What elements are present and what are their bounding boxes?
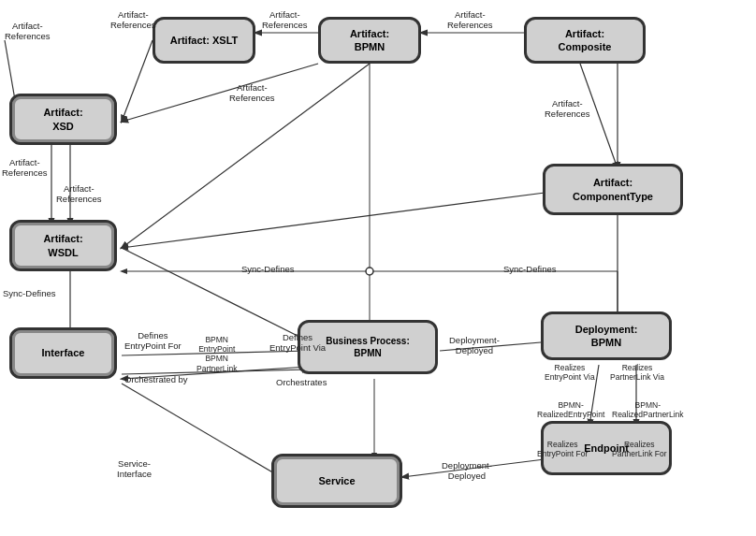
label-bpmn-entrypoint: BPMNEntryPointBPMNPartnerLink xyxy=(196,335,237,373)
svg-line-10 xyxy=(122,192,552,248)
svg-line-0 xyxy=(122,40,153,122)
label-sync-defines-right: Sync-Defines xyxy=(503,264,557,274)
label-realizes-entrypoint-for: RealizesEntryPoint For xyxy=(537,440,588,458)
label-bpmn-realized-entrypoint: BPMN-RealizedEntryPoint xyxy=(537,400,604,419)
node-wsdl: Artifact:WSDL xyxy=(9,220,117,271)
node-component-type: Artifact:ComponentType xyxy=(543,164,683,215)
label-artifact-ref-bpmn-mid: Artifact-References xyxy=(262,9,308,31)
label-deployment-deployed-ep: Deployment-Deployed xyxy=(442,460,492,482)
svg-line-1 xyxy=(122,64,318,122)
svg-point-26 xyxy=(366,268,373,275)
node-xsd: Artifact:XSD xyxy=(9,94,117,145)
label-sync-defines-mid: Sync-Defines xyxy=(241,264,295,274)
node-interface-label: Interface xyxy=(42,346,85,359)
node-service-label: Service xyxy=(318,474,355,487)
label-sync-defines-wsdl: Sync-Defines xyxy=(3,288,56,298)
node-interface: Interface xyxy=(9,327,117,379)
node-component-type-label: Artifact:ComponentType xyxy=(573,176,653,203)
label-artifact-ref-xslt-bpmn: Artifact-References xyxy=(110,9,156,31)
node-composite: Artifact:Composite xyxy=(524,17,646,64)
label-artifact-ref-bpmn-xsd: Artifact-References xyxy=(229,82,275,104)
label-defines-entrypoint-via: DefinesEntryPoint Via xyxy=(269,332,326,354)
node-deployment-bpmn-label: Deployment:BPMN xyxy=(575,323,638,350)
label-defines-entrypoint-for: DefinesEntryPoint For xyxy=(124,330,182,352)
node-bpmn-artifact-label: Artifact:BPMN xyxy=(350,27,389,54)
node-xslt-label: Artifact: XSLT xyxy=(170,34,239,47)
node-bpmn-artifact: Artifact:BPMN xyxy=(318,17,421,64)
label-artifact-ref-composite: Artifact-References xyxy=(447,9,493,31)
diagram-container: Artifact: XSLT Artifact:BPMN Artifact:Co… xyxy=(0,0,756,536)
svg-line-12 xyxy=(122,248,309,341)
label-artifact-ref-xsd-wsdl2: Artifact-References xyxy=(56,183,102,205)
node-bp-bpmn-label: Business Process:BPMN xyxy=(326,335,410,359)
node-deployment-bpmn: Deployment:BPMN xyxy=(541,311,672,360)
label-realizes-entrypoint-via: RealizesEntryPoint Via xyxy=(545,363,595,382)
node-composite-label: Artifact:Composite xyxy=(559,27,612,54)
label-bpmn-realized-partnerlink: BPMN-RealizedPartnerLink xyxy=(612,400,684,419)
node-xslt: Artifact: XSLT xyxy=(153,17,255,64)
label-artifact-ref-xsd-wsdl1: Artifact-References xyxy=(2,157,48,179)
label-artifact-ref-left: Artifact-References xyxy=(5,21,51,42)
label-artifact-ref-comp-wsdl: Artifact-References xyxy=(545,98,590,120)
label-service-interface: Service-Interface xyxy=(117,458,152,480)
label-realizes-partnerlink-via: RealizesPartnerLink Via xyxy=(610,363,664,382)
label-orchestrated-by: Orchestrated by xyxy=(124,374,188,384)
node-wsdl-label: Artifact:WSDL xyxy=(43,232,82,259)
label-orchestrates: Orchestrates xyxy=(276,377,327,387)
node-service: Service xyxy=(271,454,402,508)
label-realizes-partnerlink-for: RealizesPartnerLink For xyxy=(612,440,667,458)
label-deployment-deployed-bp: Deployment-Deployed xyxy=(449,335,500,356)
node-xsd-label: Artifact:XSD xyxy=(43,106,82,133)
